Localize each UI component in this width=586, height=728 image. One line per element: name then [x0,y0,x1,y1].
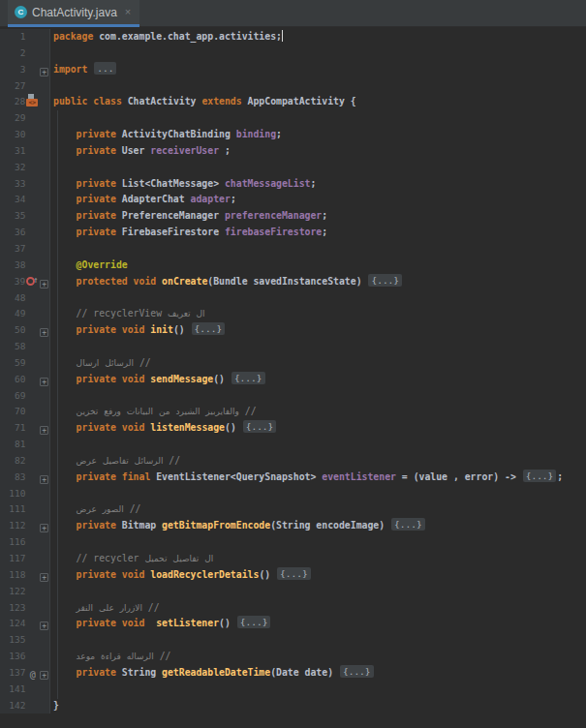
line-number[interactable]: 30 [0,127,25,143]
gutter[interactable]: 37 [0,241,50,258]
code-text[interactable] [50,682,586,698]
fold-expand-icon[interactable]: + [40,328,48,337]
code-text[interactable]: private ActivityChatBinding binding; [50,127,586,143]
code-text[interactable] [50,160,586,176]
fold-expand-icon[interactable]: + [40,573,48,582]
code-text[interactable]: موعد قراءة الرساله // [50,649,586,665]
line-number[interactable]: 82 [0,453,25,470]
line-number[interactable]: 50 [0,322,25,339]
gutter[interactable]: 123 [0,600,50,617]
gutter[interactable]: 38 [0,258,50,274]
line-number[interactable]: 117 [0,551,25,567]
line-number[interactable]: 38 [0,258,25,274]
code-text[interactable]: private PreferenceManager preferenceMana… [50,208,586,225]
code-text[interactable] [50,339,586,355]
line-number[interactable]: 31 [0,143,25,160]
line-number[interactable]: 35 [0,208,25,225]
line-number[interactable]: 32 [0,160,25,176]
line-number[interactable]: 71 [0,420,25,437]
line-number[interactable]: 27 [0,78,25,95]
line-number[interactable]: 141 [0,682,25,698]
code-text[interactable]: private void init() {...} [50,322,586,339]
line-number[interactable]: 3 [0,62,25,78]
gutter[interactable]: 141 [0,682,50,698]
gutter[interactable]: 49 [0,306,50,322]
gutter[interactable]: 117 [0,551,50,567]
code-text[interactable]: protected void onCreate(Bundle savedInst… [50,274,586,290]
line-number[interactable]: 37 [0,241,25,258]
code-text[interactable] [50,290,586,307]
gutter[interactable]: 48 [0,290,50,307]
folded-region[interactable]: {...} [231,372,265,384]
editor-tab-chatactivity[interactable]: C ChatActivity.java × [8,0,139,27]
code-text[interactable]: private void listenMessage() {...} [50,420,586,437]
gutter[interactable]: 2 [0,46,50,62]
line-number[interactable]: 135 [0,632,25,649]
folded-region[interactable]: {...} [277,567,311,580]
gutter[interactable]: 39↑+ [0,274,50,290]
line-number[interactable]: 33 [0,176,25,193]
code-text[interactable]: عرض تفاصيل الرسائل // [50,453,586,470]
gutter[interactable]: 111 [0,501,50,518]
folded-region[interactable]: {...} [192,322,226,335]
tab-close-icon[interactable]: × [125,7,131,17]
gutter[interactable]: 32 [0,160,50,176]
code-text[interactable] [50,534,586,551]
folded-region[interactable]: {...} [340,665,374,678]
gutter[interactable]: 136 [0,649,50,665]
gutter[interactable]: 118+ [0,567,50,584]
code-text[interactable] [50,110,586,127]
line-number[interactable]: 112 [0,518,25,534]
gutter[interactable]: 60+ [0,372,50,388]
code-text[interactable]: private void loadRecyclerDetails() {...} [50,567,586,584]
code-text[interactable]: private void sendMessage() {...} [50,372,586,388]
gutter[interactable]: 71+ [0,420,50,437]
gutter[interactable]: 124+ [0,616,50,632]
gutter[interactable]: 31 [0,143,50,160]
gutter[interactable]: 135 [0,632,50,649]
code-text[interactable]: import ... [50,62,586,78]
gutter[interactable]: 70 [0,404,50,420]
code-text[interactable]: private AdapterChat adapter; [50,192,586,208]
line-number[interactable]: 110 [0,486,25,502]
gutter[interactable]: 112+ [0,518,50,534]
line-number[interactable]: 111 [0,501,25,518]
gutter[interactable]: 50+ [0,322,50,339]
code-text[interactable]: عرض الصور // [50,501,586,518]
code-text[interactable]: private void setListener() {...} [50,616,586,632]
fold-expand-icon[interactable]: + [40,475,48,484]
line-number[interactable]: 122 [0,584,25,600]
code-text[interactable]: private Bitmap getBitmapFromEncode(Strin… [50,518,586,534]
gutter[interactable]: 59 [0,355,50,372]
code-text[interactable]: // recyclerView تعريف ال [50,306,586,322]
code-text[interactable] [50,486,586,502]
code-text[interactable]: private String getReadableDateTime(Date … [50,665,586,682]
gutter[interactable]: 142 [0,698,50,714]
gutter[interactable]: 116 [0,534,50,551]
line-number[interactable]: 137 [0,665,25,682]
fold-expand-icon[interactable]: + [40,671,48,680]
code-text[interactable]: تخزين ورفع البيانات من الشيرد والفايربيز… [50,404,586,420]
folded-region[interactable]: {...} [523,470,557,482]
override-method-icon[interactable]: ↑ [26,274,39,287]
line-number[interactable]: 59 [0,355,25,372]
fold-expand-icon[interactable]: + [40,426,48,435]
line-number[interactable]: 28 [0,94,25,110]
gutter[interactable]: 34 [0,192,50,208]
gutter[interactable]: 69 [0,388,50,405]
folded-region[interactable]: {...} [237,616,271,628]
line-number[interactable]: 136 [0,649,25,665]
gutter[interactable]: 82 [0,453,50,470]
line-number[interactable]: 36 [0,225,25,241]
code-text[interactable] [50,388,586,405]
fold-expand-icon[interactable]: + [40,622,48,630]
gutter[interactable]: 137@+ [0,665,50,682]
code-editor[interactable]: 1package com.example.chat_app.activities… [0,27,586,728]
fold-expand-icon[interactable]: + [40,378,48,386]
line-number[interactable]: 48 [0,290,25,307]
code-text[interactable]: @Override [50,258,586,274]
folded-region[interactable]: {...} [391,518,425,531]
code-text[interactable] [50,241,586,258]
code-text[interactable] [50,437,586,453]
line-number[interactable]: 49 [0,306,25,322]
